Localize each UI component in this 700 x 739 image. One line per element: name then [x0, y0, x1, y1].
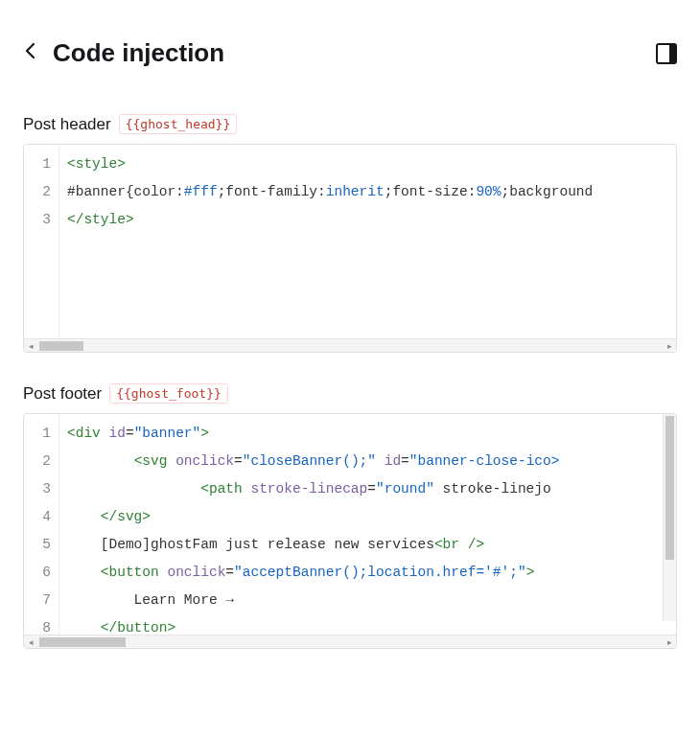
page-title: Code injection [53, 38, 641, 68]
gutter: 1 2 3 [24, 145, 59, 338]
post-footer-label-row: Post footer {{ghost_foot}} [23, 383, 677, 404]
post-header-label-row: Post header {{ghost_head}} [23, 114, 677, 134]
code-area[interactable]: <style>#banner{color:#fff;font-family:in… [59, 145, 676, 338]
page-header: Code injection [23, 38, 677, 68]
horizontal-scrollbar[interactable]: ◂ ▸ [24, 338, 676, 352]
scroll-right-icon[interactable]: ▸ [663, 339, 676, 353]
horizontal-scrollbar[interactable]: ◂ ▸ [24, 635, 676, 648]
post-header-section: Post header {{ghost_head}} 1 2 3 <style>… [23, 114, 677, 353]
scroll-left-icon[interactable]: ◂ [24, 339, 37, 353]
sidebar-toggle-icon[interactable] [656, 43, 677, 64]
scroll-thumb[interactable] [39, 341, 83, 351]
back-button[interactable] [23, 40, 37, 66]
post-footer-label: Post footer [23, 384, 102, 404]
ghost-head-tag: {{ghost_head}} [119, 114, 238, 134]
post-header-editor[interactable]: 1 2 3 <style>#banner{color:#fff;font-fam… [23, 144, 677, 353]
scroll-left-icon[interactable]: ◂ [24, 635, 37, 649]
post-header-label: Post header [23, 115, 111, 134]
post-footer-section: Post footer {{ghost_foot}} 1 2 3 4 5 6 7… [23, 383, 677, 649]
scroll-thumb[interactable] [39, 637, 126, 647]
scroll-right-icon[interactable]: ▸ [663, 635, 676, 649]
ghost-foot-tag: {{ghost_foot}} [109, 383, 228, 404]
post-footer-editor[interactable]: 1 2 3 4 5 6 7 8 <div id="banner"> <svg o… [23, 413, 677, 649]
gutter: 1 2 3 4 5 6 7 8 [24, 414, 59, 635]
code-area[interactable]: <div id="banner"> <svg onclick="closeBan… [59, 414, 676, 635]
vertical-scrollbar[interactable] [663, 414, 676, 621]
chevron-left-icon [25, 42, 35, 59]
scroll-thumb[interactable] [665, 416, 674, 560]
